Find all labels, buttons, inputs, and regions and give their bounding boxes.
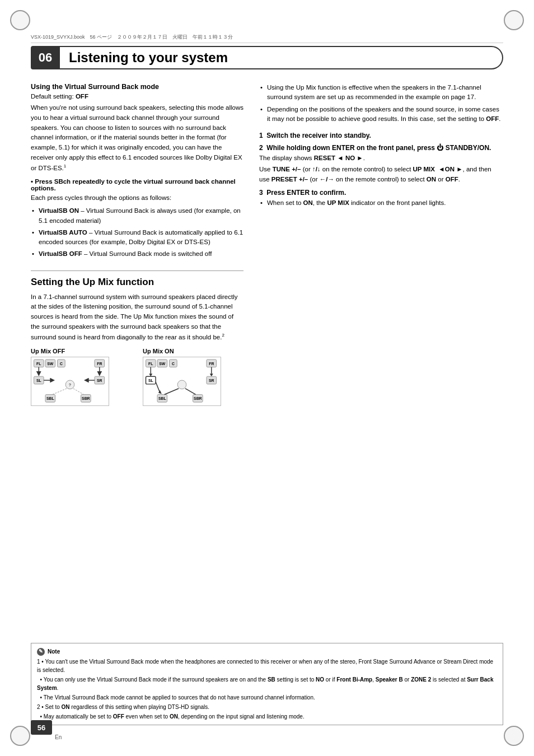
svg-text:C: C [60,362,63,366]
svg-line-45 [156,382,160,393]
diagram-off-label: Up Mix OFF [31,348,132,354]
note-label: Note [48,647,60,656]
diagram-off-svg: FL SW C FR SL SR [31,357,109,406]
diagram-container: Up Mix OFF FL SW C FR SL [31,348,243,408]
svg-text:FL: FL [148,362,153,366]
step-3-heading: 3 Press ENTER to confirm. [259,189,503,197]
note-box: ✎ Note 1 • You can't use the Virtual Sur… [31,643,503,725]
file-info-text: VSX-1019_SVYXJ.book 56 ページ ２００９年２月１７日 火曜… [31,34,233,40]
svg-text:FR: FR [209,362,214,366]
svg-line-48 [185,389,196,395]
footnote-2-ref: 2 [222,333,224,338]
chapter-title: Listening to your system [69,50,228,66]
svg-marker-35 [210,374,213,377]
virtual-option-auto: VirtualSB AUTO – Virtual Surround Back i… [31,228,243,248]
svg-text:SR: SR [209,379,214,382]
diagram-on-svg: FL SW C FR SL SR [143,357,221,406]
svg-text:SL: SL [36,379,41,382]
step-2-heading: 2 While holding down ENTER on the front … [259,144,503,152]
svg-text:SBR: SBR [194,397,202,401]
page-lang: En [55,734,62,740]
corner-decoration-tr [504,10,524,30]
svg-text:FL: FL [36,362,41,366]
virtual-surround-body: When you're not using surround back spea… [31,103,243,174]
svg-text:FR: FR [97,362,102,366]
corner-decoration-tl [10,10,30,30]
note-item-4: 2 • Set to ON regardless of this setting… [37,703,497,711]
note-title: ✎ Note [37,647,497,656]
footnote-1-ref: 1 [64,164,66,169]
note-item-2: • You can only use the Virtual Surround … [37,675,497,692]
svg-line-22 [53,389,67,395]
default-setting: Default setting: OFF [31,93,243,100]
step-2: 2 While holding down ENTER on the front … [259,144,503,184]
virtual-surround-heading: Using the Virtual Surround Back mode [31,83,243,91]
chapter-header: 06 Listening to your system [31,46,503,69]
chapter-number: 06 [31,46,60,69]
note-icon: ✎ [37,648,45,656]
step-2-body: Use TUNE +/– (or ↑/↓ on the remote contr… [259,165,503,184]
svg-text:SBR: SBR [82,397,90,401]
up-mix-body: In a 7.1-channel surround system with su… [31,292,243,343]
up-mix-heading: Setting the Up Mix function [31,270,243,288]
svg-marker-33 [149,374,152,377]
svg-point-40 [177,381,186,390]
left-column: Using the Virtual Surround Back mode Def… [31,83,243,711]
virtual-option-off: VirtualSB OFF – Virtual Surround Back mo… [31,249,243,259]
diagram-on-label: Up Mix ON [143,348,243,354]
svg-text:SW: SW [159,362,166,366]
chapter-title-box: Listening to your system [60,46,503,69]
note-item-5: • May automatically be set to OFF even w… [37,712,497,721]
step-1: 1 Switch the receiver into standby. [259,132,503,139]
svg-text:SL: SL [148,379,153,382]
svg-text:C: C [172,362,175,366]
virtual-options-list: VirtualSB ON – Virtual Surround Back is … [31,206,243,259]
right-bullet-1: Using the Up Mix function is effective w… [259,83,503,102]
svg-line-47 [165,389,179,395]
default-value: OFF [76,93,88,100]
right-column: Using the Up Mix function is effective w… [259,83,503,711]
right-bullet-2: Depending on the positions of the speake… [259,105,503,124]
svg-text:SBL: SBL [46,397,54,401]
corner-decoration-br [504,726,524,746]
corner-decoration-bl [10,726,30,746]
svg-text:SBL: SBL [158,397,166,401]
step-1-heading: 1 Switch the receiver into standby. [259,132,503,139]
step-2-display: The display shows RESET ◄ NO ►. [259,153,503,163]
page-number: 56 [31,720,52,735]
virtual-option-on: VirtualSB ON – Virtual Surround Back is … [31,206,243,226]
svg-text:SR: SR [97,379,102,382]
diagram-off: Up Mix OFF FL SW C FR SL [31,348,132,408]
svg-text:?: ? [69,383,71,387]
main-content: Using the Virtual Surround Back mode Def… [31,83,503,711]
note-item-1: 1 • You can't use the Virtual Surround B… [37,657,497,674]
step-3-bullets: When set to ON, the UP MIX indicator on … [259,198,503,208]
press-sbch-instruction: • Press SBch repeatedly to cycle the vir… [31,178,243,192]
diagram-on: Up Mix ON FL SW C FR [143,348,243,408]
right-bullets: Using the Up Mix function is effective w… [259,83,503,124]
svg-line-23 [73,389,84,395]
default-label: Default setting: [31,93,76,100]
svg-text:SW: SW [47,362,54,366]
options-intro: Each press cycles through the options as… [31,193,243,203]
step-3: 3 Press ENTER to confirm. When set to ON… [259,189,503,208]
file-info-bar: VSX-1019_SVYXJ.book 56 ページ ２００９年２月１７日 火曜… [31,34,503,43]
note-item-3: • The Virtual Surround Back mode cannot … [37,693,497,702]
step-3-bullet-1: When set to ON, the UP MIX indicator on … [259,198,503,208]
